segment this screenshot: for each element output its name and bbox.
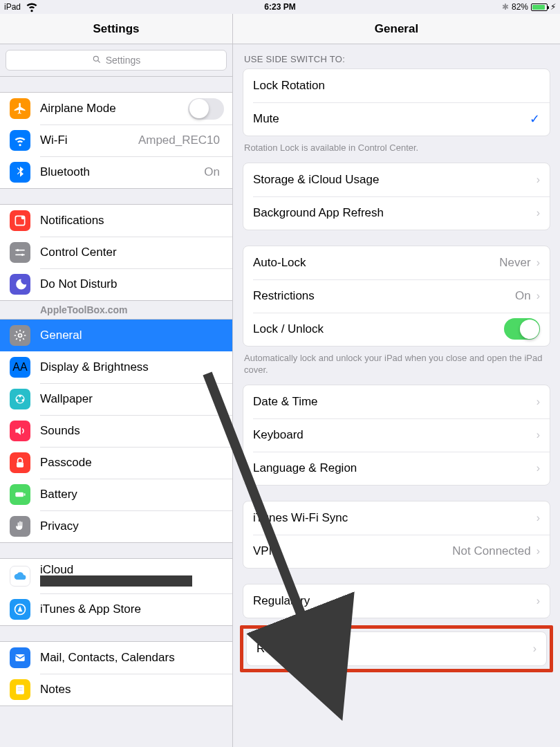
airplane-toggle[interactable] [188, 98, 224, 120]
wifi-label: Wi-Fi [40, 133, 138, 147]
dnd-label: Do Not Disturb [40, 277, 224, 291]
moon-icon [10, 274, 30, 295]
sidebar-item-control-center[interactable]: Control Center [0, 237, 232, 268]
lock-rotation-label: Lock Rotation [253, 79, 540, 93]
sidebar-item-itunes[interactable]: iTunes & App Store [0, 593, 232, 625]
restrictions-value: On [515, 289, 531, 303]
sidebar-item-mail[interactable]: Mail, Contacts, Calendars [0, 642, 232, 674]
search-wrap: Settings [0, 44, 232, 77]
datetime-label: Date & Time [253, 395, 536, 409]
row-mute[interactable]: Mute ✓ [243, 102, 550, 136]
watermark: AppleToolBox.com [0, 301, 232, 319]
sidebar-item-sounds[interactable]: Sounds [0, 415, 232, 447]
checkmark-icon: ✓ [530, 111, 540, 127]
control-center-label: Control Center [40, 246, 224, 259]
row-language[interactable]: Language & Region › [243, 452, 550, 485]
sidebar-item-notifications[interactable]: Notifications [0, 205, 232, 237]
row-reset[interactable]: Reset › [247, 632, 546, 665]
row-lock-unlock[interactable]: Lock / Unlock [243, 313, 550, 346]
appstore-icon [10, 599, 30, 620]
row-vpn[interactable]: VPN Not Connected › [243, 535, 550, 568]
speaker-icon [10, 421, 30, 441]
row-regulatory[interactable]: Regulatory › [243, 584, 550, 618]
row-keyboard[interactable]: Keyboard › [243, 418, 550, 452]
lock-unlock-toggle[interactable] [504, 318, 540, 340]
svg-point-8 [19, 334, 22, 338]
control-center-icon [10, 242, 30, 263]
lock-unlock-label: Lock / Unlock [253, 322, 504, 336]
bluetooth-icon: ✱ [502, 2, 509, 12]
sidebar-item-notes[interactable]: Notes [0, 674, 232, 706]
svg-rect-14 [15, 492, 24, 497]
wifi-value: Amped_REC10 [138, 133, 220, 147]
bluetooth-label: Bluetooth [40, 165, 204, 179]
airplane-icon [10, 98, 30, 119]
svg-line-1 [97, 60, 100, 62]
display-label: Display & Brightness [40, 360, 224, 374]
sidebar-item-display[interactable]: AA Display & Brightness [0, 351, 232, 383]
sidebar-item-dnd[interactable]: Do Not Disturb [0, 268, 232, 300]
bluetooth-icon [10, 162, 30, 183]
privacy-label: Privacy [40, 519, 224, 533]
chevron-right-icon: › [533, 643, 536, 655]
hand-icon [10, 516, 30, 537]
reset-highlight-box: Reset › [240, 625, 553, 672]
itunes-label: iTunes & App Store [40, 602, 224, 616]
row-lock-rotation[interactable]: Lock Rotation [243, 69, 550, 102]
vpn-label: VPN [253, 544, 452, 558]
row-storage[interactable]: Storage & iCloud Usage › [243, 163, 550, 196]
sidebar-title: Settings [0, 14, 232, 44]
row-bg-refresh[interactable]: Background App Refresh › [243, 196, 550, 230]
row-autolock[interactable]: Auto-Lock Never › [243, 246, 550, 279]
sidebar-item-icloud[interactable]: iCloud [0, 559, 232, 593]
svg-point-12 [22, 399, 24, 401]
keyboard-label: Keyboard [253, 428, 536, 442]
rotation-footer: Rotation Lock is available in Control Ce… [233, 136, 560, 163]
battery-icon [10, 484, 30, 505]
vpn-value: Not Connected [452, 544, 530, 558]
svg-point-0 [93, 56, 98, 61]
sidebar-item-privacy[interactable]: Privacy [0, 510, 232, 542]
search-icon [92, 55, 102, 66]
chevron-right-icon: › [536, 257, 540, 269]
redacted-bar [40, 575, 192, 587]
general-label: General [40, 329, 224, 342]
svg-point-10 [19, 395, 21, 397]
chevron-right-icon: › [536, 512, 540, 524]
chevron-right-icon: › [536, 396, 540, 408]
side-switch-header: USE SIDE SWITCH TO: [233, 44, 560, 68]
row-datetime[interactable]: Date & Time › [243, 385, 550, 418]
sidebar-item-battery[interactable]: Battery [0, 479, 232, 510]
clock: 6:23 PM [264, 2, 295, 12]
notes-icon [10, 679, 30, 700]
cloud-icon [10, 566, 30, 587]
bluetooth-value: On [204, 165, 220, 179]
chevron-right-icon: › [536, 290, 540, 302]
language-label: Language & Region [253, 461, 536, 475]
sidebar-item-wifi[interactable]: Wi-Fi Amped_REC10 [0, 124, 232, 156]
notifications-label: Notifications [40, 214, 224, 228]
status-bar: iPad 6:23 PM ✱ 82% ⚡︎ [0, 0, 560, 14]
autolock-value: Never [499, 256, 530, 270]
battery-icon [531, 3, 548, 11]
sidebar-item-airplane[interactable]: Airplane Mode [0, 93, 232, 124]
search-input[interactable]: Settings [6, 50, 227, 71]
battery-label: Battery [40, 488, 224, 501]
sidebar-item-wallpaper[interactable]: Wallpaper [0, 383, 232, 415]
row-restrictions[interactable]: Restrictions On › [243, 279, 550, 313]
device-label: iPad [4, 2, 21, 12]
chevron-right-icon: › [536, 207, 540, 219]
sidebar-item-passcode[interactable]: Passcode [0, 447, 232, 479]
sidebar-item-bluetooth[interactable]: Bluetooth On [0, 156, 232, 188]
detail-pane: General USE SIDE SWITCH TO: Lock Rotatio… [233, 14, 560, 747]
svg-point-3 [21, 216, 25, 219]
wallpaper-icon [10, 389, 30, 409]
autolock-label: Auto-Lock [253, 256, 499, 270]
battery-pct: 82% [512, 2, 528, 12]
icloud-label: iCloud [40, 563, 224, 577]
mail-icon [10, 647, 30, 668]
regulatory-label: Regulatory [253, 594, 536, 608]
sidebar-item-general[interactable]: General [0, 320, 232, 351]
row-itunes-sync[interactable]: iTunes Wi-Fi Sync › [243, 501, 550, 535]
detail-title: General [233, 14, 560, 44]
